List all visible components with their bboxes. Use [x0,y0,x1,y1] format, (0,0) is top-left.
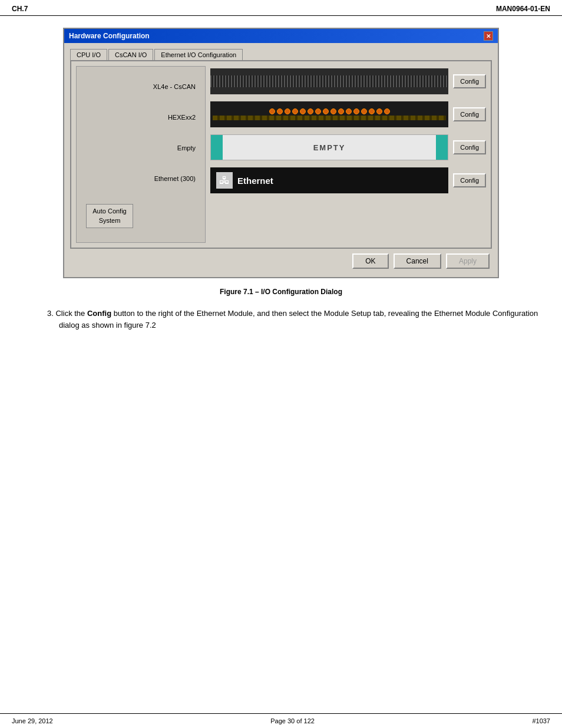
dialog-body: CPU I/O CsCAN I/O Ethernet I/O Configura… [64,43,498,277]
empty-bar-right [436,135,448,160]
apply-button[interactable]: Apply [446,253,490,269]
empty-bar-left [211,135,223,160]
hex-dot [315,108,321,114]
footer-page: Page 30 of 122 [270,717,315,724]
slot-label-empty: Empty [177,144,196,151]
slot-visual-row-ethernet: 🖧 Ethernet Config [210,165,486,196]
tab-cscan-io[interactable]: CsCAN I/O [108,49,153,60]
hex-dot [308,108,313,114]
module-ethernet: 🖧 Ethernet [210,167,448,193]
dialog-close-button[interactable]: ✕ [484,31,493,41]
config-button-ethernet[interactable]: Config [453,173,486,187]
module-visual-xl4e [210,68,448,95]
ok-button[interactable]: OK [352,253,388,269]
slot-label-xl4e: XL4e - CsCAN [153,83,196,90]
hex-dot [323,108,329,114]
tab-cpu-io[interactable]: CPU I/O [70,49,107,60]
instruction-body: Click the Config button to the right of … [55,309,538,330]
slot-label-hex: HEXExx2 [168,114,196,121]
module-ridges [210,75,448,87]
slot-visual-row-hex: Config [210,99,486,130]
hex-dot [346,108,352,114]
footer-doc-number: #1037 [532,717,550,724]
tab-bar: CPU I/O CsCAN I/O Ethernet I/O Configura… [68,47,494,60]
empty-text: EMPTY [313,143,346,152]
auto-config-button[interactable]: Auto ConfigSystem [86,204,133,228]
slot-visual-panel: Config [210,66,486,243]
hex-dot [269,108,275,114]
hex-bottom-strip [213,116,446,120]
slot-row-empty: Empty [81,133,200,163]
chapter-label: CH.7 [12,5,28,13]
ethernet-label: Ethernet [237,176,273,186]
hex-dot [338,108,344,114]
slot-row-ethernet: Ethernet (300) [81,163,200,194]
hex-dot [369,108,375,114]
label-panel: XL4e - CsCAN HEXExx2 Empty Ethernet (300… [76,66,206,243]
hex-dot [384,108,390,114]
module-hex [210,101,448,127]
page-content: Hardware Configuration ✕ CPU I/O CsCAN I… [0,16,562,342]
module-empty: EMPTY [210,134,448,160]
config-button-xl4e[interactable]: Config [453,74,486,88]
instruction-step: 3. Click the Config button to the right … [47,308,538,331]
manual-number: MAN0964-01-EN [496,5,550,13]
instruction-number: 3. [47,309,54,318]
module-visual-empty: EMPTY [210,134,448,161]
hardware-config-dialog: Hardware Configuration ✕ CPU I/O CsCAN I… [63,28,499,278]
module-visual-hex [210,101,448,128]
hex-dot [330,108,336,114]
slot-visual-row-empty: EMPTY Config [210,132,486,163]
hex-dot [277,108,283,114]
dialog-panel: XL4e - CsCAN HEXExx2 Empty Ethernet (300… [70,60,492,249]
figure-caption: Figure 7.1 – I/O Configuration Dialog [24,288,538,296]
ethernet-port-icon: 🖧 [216,172,233,189]
module-visual-ethernet: 🖧 Ethernet [210,167,448,194]
config-button-hex[interactable]: Config [453,107,486,121]
hex-dot [292,108,298,114]
hex-dot [361,108,367,114]
hex-dot [285,108,290,114]
slot-row-hex: HEXExx2 [81,102,200,133]
slot-label-ethernet: Ethernet (300) [154,175,196,182]
config-button-empty[interactable]: Config [453,140,486,154]
cancel-button[interactable]: Cancel [394,253,441,269]
slot-visual-row-xl4e: Config [210,66,486,97]
dialog-footer: OK Cancel Apply [68,249,494,274]
hex-dot [376,108,382,114]
tab-ethernet-io[interactable]: Ethernet I/O Configuration [154,49,243,60]
hex-dot [300,108,306,114]
page-header: CH.7 MAN0964-01-EN [0,0,562,16]
hex-dot [353,108,359,114]
dialog-title: Hardware Configuration [69,32,150,40]
module-xl4e [210,68,448,94]
dialog-titlebar: Hardware Configuration ✕ [64,29,498,43]
page-footer: June 29, 2012 Page 30 of 122 #1037 [0,713,562,728]
footer-date: June 29, 2012 [12,717,53,724]
slot-row-xl4e: XL4e - CsCAN [81,71,200,102]
hex-dots-top [213,108,446,114]
